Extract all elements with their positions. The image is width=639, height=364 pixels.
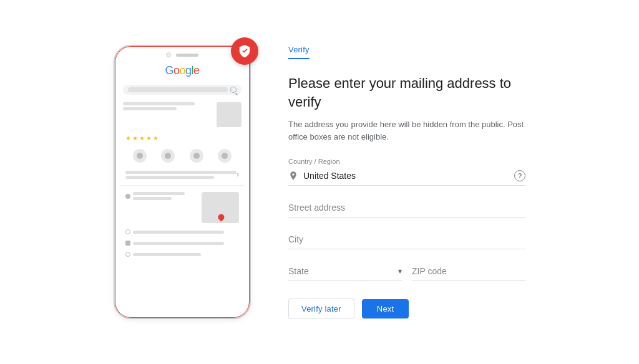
phone-line: [123, 102, 195, 105]
help-icon[interactable]: ?: [514, 170, 525, 181]
city-field-group: [288, 230, 525, 249]
phone-directions-icon: [161, 149, 175, 163]
phone-time-row: [120, 228, 244, 236]
phone-divider: [120, 185, 244, 186]
phone-phone-row: [120, 239, 244, 247]
state-zip-row: State ▾: [288, 262, 525, 281]
phone-search-icon: [230, 87, 237, 93]
phone-line: [133, 242, 224, 245]
city-input[interactable]: [288, 234, 525, 244]
form-description: The address you provide here will be hid…: [288, 118, 525, 143]
city-field: [288, 230, 525, 249]
phone-inner: Google: [115, 46, 250, 318]
state-select[interactable]: State: [288, 266, 396, 276]
phone-stars: ★ ★ ★ ★ ★: [120, 133, 244, 143]
form-title: Please enter your mailing address to ver…: [288, 74, 525, 111]
phone-line: [123, 107, 177, 110]
shield-badge: [231, 37, 258, 65]
page-container: Google: [0, 0, 639, 364]
phone-line: [125, 171, 237, 174]
phone-store-icon: [217, 102, 241, 127]
phone-mockup: Google: [114, 45, 251, 319]
phone-line: [133, 197, 172, 200]
phone-save-icon: [190, 149, 203, 163]
phone-line: [133, 253, 201, 256]
phone-search-bar: [123, 85, 241, 95]
phone-speaker: [166, 52, 198, 57]
phone-camera: [166, 52, 171, 57]
country-field-row: ?: [288, 166, 525, 186]
phone-map-row: [120, 191, 244, 224]
phone-info-row: ›: [120, 169, 244, 180]
location-pin-icon: [288, 171, 298, 181]
state-field: State ▾: [288, 262, 402, 281]
phone-clock-icon: [125, 229, 130, 234]
phone-speaker-bar: [176, 54, 198, 57]
phone-map-thumbnail: [202, 192, 239, 223]
shield-icon: [238, 44, 251, 58]
phone-globe-row: [120, 251, 244, 258]
phone-map-pin: [217, 213, 225, 221]
country-field-group: Country / Region ?: [288, 158, 525, 186]
form-actions: Verify later Next: [288, 299, 525, 319]
phone-icons-row: [120, 146, 244, 165]
tab-verify[interactable]: Verify: [288, 45, 310, 59]
country-label: Country / Region: [288, 158, 525, 165]
phone-share-icon: [218, 149, 232, 163]
street-field: [288, 198, 525, 218]
phone-line: [125, 176, 214, 179]
phone-chevron-icon: ›: [237, 170, 239, 179]
zip-field: [412, 262, 525, 281]
phone-search-input-sim: [128, 87, 228, 92]
phone-globe-icon: [125, 252, 130, 257]
zip-input[interactable]: [412, 266, 525, 276]
verify-later-button[interactable]: Verify later: [288, 299, 354, 319]
phone-screen-content: Google: [115, 47, 249, 263]
phone-phone-icon: [125, 241, 130, 246]
phone-line: [133, 231, 224, 234]
phone-location-icon: [125, 194, 130, 199]
phone-line: [133, 192, 185, 195]
tab-bar: Verify: [288, 45, 525, 59]
next-button[interactable]: Next: [362, 299, 409, 318]
google-logo: Google: [120, 64, 244, 77]
dropdown-arrow-icon: ▾: [398, 267, 402, 275]
form-side: Verify Please enter your mailing address…: [288, 45, 525, 319]
street-field-group: [288, 198, 525, 218]
phone-outer: Google: [114, 45, 251, 319]
phone-call-icon: [133, 149, 147, 163]
country-input[interactable]: [303, 171, 509, 181]
street-input[interactable]: [288, 203, 525, 213]
